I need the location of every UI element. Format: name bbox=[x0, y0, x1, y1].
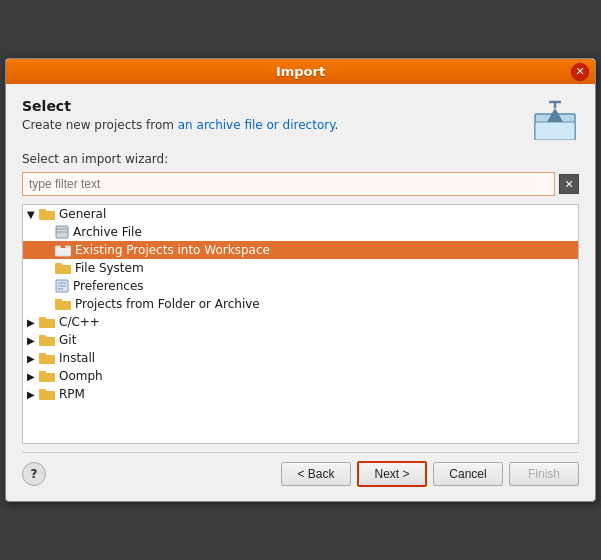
import-dialog: Import ✕ Select Create new projects from… bbox=[5, 58, 596, 502]
tree-item-label: RPM bbox=[59, 387, 85, 401]
tree-item-label: Projects from Folder or Archive bbox=[75, 297, 260, 311]
section-description: Create new projects from an archive file… bbox=[22, 118, 338, 132]
folder-icon bbox=[55, 297, 71, 311]
tree-item-general[interactable]: ▼ General bbox=[23, 205, 578, 223]
footer-buttons: < Back Next > Cancel Finish bbox=[281, 461, 579, 487]
back-button[interactable]: < Back bbox=[281, 462, 351, 486]
tree-item-rpm[interactable]: ▶ RPM bbox=[23, 385, 578, 403]
tree-item-install[interactable]: ▶ Install bbox=[23, 349, 578, 367]
svg-rect-1 bbox=[535, 122, 575, 140]
svg-rect-23 bbox=[39, 335, 46, 339]
tree-item-label: Install bbox=[59, 351, 95, 365]
tree-item-existing-projects[interactable]: Existing Projects into Workspace bbox=[23, 241, 578, 259]
svg-rect-27 bbox=[39, 371, 46, 375]
svg-rect-19 bbox=[55, 299, 62, 303]
titlebar: Import ✕ bbox=[6, 59, 595, 84]
tree-item-label: C/C++ bbox=[59, 315, 100, 329]
svg-rect-25 bbox=[39, 353, 46, 357]
footer-section: ? < Back Next > Cancel Finish bbox=[22, 452, 579, 491]
section-title: Select bbox=[22, 98, 338, 114]
filter-input[interactable] bbox=[22, 172, 555, 196]
folder-icon bbox=[55, 261, 71, 275]
folder-icon bbox=[39, 387, 55, 401]
tree-container[interactable]: ▼ General Archive File bbox=[22, 204, 579, 444]
tree-item-file-system[interactable]: File System bbox=[23, 259, 578, 277]
tree-item-cpp[interactable]: ▶ C/C++ bbox=[23, 313, 578, 331]
dialog-content: Select Create new projects from an archi… bbox=[6, 84, 595, 501]
folder-icon bbox=[39, 207, 55, 221]
svg-rect-21 bbox=[39, 317, 46, 321]
tree-item-projects-from-folder[interactable]: Projects from Folder or Archive bbox=[23, 295, 578, 313]
filter-row: ✕ bbox=[22, 172, 579, 196]
tree-item-archive-file[interactable]: Archive File bbox=[23, 223, 578, 241]
folder-icon bbox=[39, 333, 55, 347]
tree-item-label: Preferences bbox=[73, 279, 144, 293]
close-button[interactable]: ✕ bbox=[571, 63, 589, 81]
svg-rect-13 bbox=[55, 263, 62, 267]
folder-icon bbox=[39, 369, 55, 383]
header-section: Select Create new projects from an archi… bbox=[22, 98, 579, 140]
folder-icon bbox=[39, 315, 55, 329]
tree-item-label: Existing Projects into Workspace bbox=[75, 243, 270, 257]
svg-rect-29 bbox=[39, 389, 46, 393]
tree-item-label: Archive File bbox=[73, 225, 142, 239]
tree-item-preferences[interactable]: Preferences bbox=[23, 277, 578, 295]
finish-button[interactable]: Finish bbox=[509, 462, 579, 486]
tree-item-label: File System bbox=[75, 261, 144, 275]
svg-rect-6 bbox=[39, 209, 46, 213]
tree-item-oomph-label: Oomph bbox=[59, 369, 103, 383]
tree-item-git[interactable]: ▶ Git bbox=[23, 331, 578, 349]
preferences-icon bbox=[55, 279, 69, 293]
archive-icon bbox=[55, 225, 69, 239]
help-button[interactable]: ? bbox=[22, 462, 46, 486]
filter-clear-button[interactable]: ✕ bbox=[559, 174, 579, 194]
header-text: Select Create new projects from an archi… bbox=[22, 98, 338, 132]
dialog-title: Import bbox=[276, 64, 325, 79]
tree-item-label: General bbox=[59, 207, 106, 221]
import-projects-icon bbox=[55, 243, 71, 257]
tree-item-label: Git bbox=[59, 333, 76, 347]
next-button[interactable]: Next > bbox=[357, 461, 427, 487]
import-icon bbox=[531, 100, 579, 140]
folder-icon bbox=[39, 351, 55, 365]
wizard-label: Select an import wizard: bbox=[22, 152, 579, 166]
cancel-button[interactable]: Cancel bbox=[433, 462, 503, 486]
tree-item-oomph[interactable]: ▶ Oomph bbox=[23, 367, 578, 385]
